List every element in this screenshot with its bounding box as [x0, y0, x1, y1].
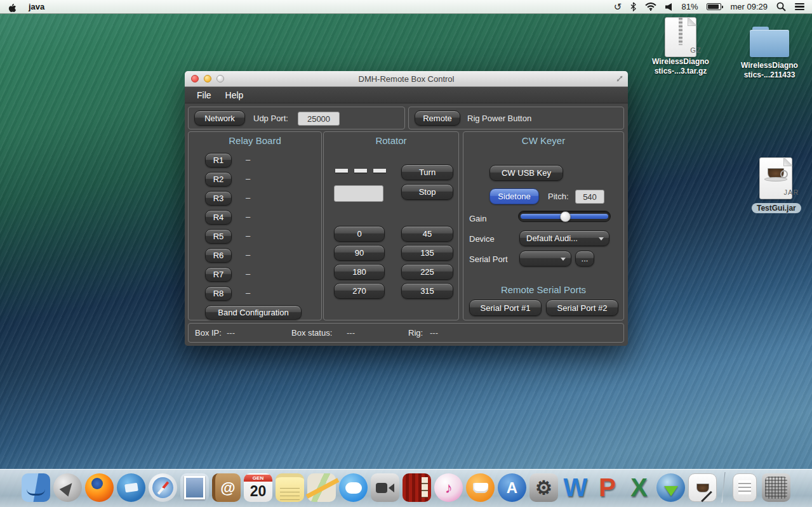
dock-icon-mail[interactable] — [180, 473, 210, 503]
dock-icon-maps[interactable] — [307, 473, 336, 503]
battery-icon[interactable] — [707, 3, 721, 10]
contacts-book-icon: @ — [212, 473, 241, 502]
angle-315-button[interactable]: 315 — [401, 283, 453, 299]
excel-icon: X — [625, 473, 653, 502]
window-menubar: File Help — [185, 87, 628, 103]
dock-icon-java-editor[interactable] — [688, 473, 717, 503]
desktop: { "colors": { "accent_blue": "#3f69cf", … — [0, 0, 812, 507]
angle-0-button[interactable]: 0 — [334, 226, 385, 242]
dock-icon-notes[interactable] — [275, 473, 305, 503]
window-content: Network Udp Port: 25000 Remote Rig Power… — [185, 103, 628, 346]
device-dropdown[interactable]: Default Audi... — [519, 230, 609, 246]
folder-icon — [750, 27, 789, 57]
dock-icon-word[interactable]: W — [561, 473, 590, 503]
resize-grip-icon[interactable] — [615, 74, 624, 83]
apple-menu-icon[interactable] — [8, 2, 17, 12]
notification-center-icon[interactable] — [795, 1, 804, 11]
dock-icon-excel[interactable]: X — [624, 473, 654, 503]
relay-r1-status: – — [246, 155, 250, 164]
dock-icon-safari[interactable] — [148, 473, 178, 503]
calendar-day: 20 — [250, 482, 267, 501]
angle-135-button[interactable]: 135 — [401, 245, 453, 261]
dock-icon-trash[interactable] — [761, 473, 791, 503]
cw-keyer-title: CW Keyer — [463, 135, 623, 146]
relay-r8-button[interactable]: R8 — [205, 286, 232, 301]
time-machine-icon[interactable]: ↺ — [614, 2, 622, 11]
relay-r7-button[interactable]: R7 — [205, 267, 232, 282]
dock-icon-ibooks[interactable] — [465, 473, 495, 503]
dock-icon-powerpoint[interactable]: P — [592, 473, 622, 503]
dock-icon-facetime[interactable] — [370, 473, 400, 503]
active-app-name[interactable]: java — [29, 2, 44, 11]
relay-r6-button[interactable]: R6 — [205, 248, 232, 263]
relay-r3-button[interactable]: R3 — [205, 191, 232, 206]
trash-icon — [762, 473, 790, 502]
rotator-heading-field[interactable] — [334, 185, 383, 202]
rig-power-label: Rig Power Button — [467, 114, 531, 123]
dock-icon-calendar[interactable]: GEN 20 — [243, 473, 273, 503]
window-titlebar[interactable]: DMH-Remote Box Control — [185, 71, 628, 87]
finder-icon — [22, 473, 50, 502]
calendar-icon: GEN 20 — [244, 473, 272, 502]
bluetooth-icon[interactable] — [630, 2, 636, 11]
dock-icon-contacts[interactable]: @ — [211, 473, 241, 503]
angle-45-button[interactable]: 45 — [401, 226, 453, 242]
relay-r1-button[interactable]: R1 — [205, 153, 232, 168]
spotlight-icon[interactable] — [776, 2, 786, 11]
relay-r5-button[interactable]: R5 — [205, 229, 232, 244]
stop-button[interactable]: Stop — [401, 184, 453, 200]
angle-270-button[interactable]: 270 — [334, 283, 385, 299]
photo-booth-curtain-icon — [403, 473, 431, 502]
dock-icon-thunderbird[interactable] — [116, 473, 146, 503]
launchpad-icon — [53, 473, 82, 502]
menu-file[interactable]: File — [191, 89, 217, 102]
serial-port-label: Serial Port — [469, 254, 508, 264]
band-configuration-button[interactable]: Band Configuration — [205, 305, 302, 320]
volume-icon[interactable] — [665, 3, 672, 11]
angle-180-button[interactable]: 180 — [334, 264, 385, 280]
gain-slider-thumb[interactable] — [560, 211, 571, 222]
dock-icon-system-preferences[interactable]: ⚙ — [529, 473, 559, 503]
wifi-icon[interactable] — [645, 3, 656, 11]
firefox-icon — [85, 473, 114, 502]
remote-button[interactable]: Remote — [415, 110, 460, 126]
serial-port-1-button[interactable]: Serial Port #1 — [469, 300, 542, 316]
dock-icon-firefox[interactable] — [84, 473, 114, 503]
turn-button[interactable]: Turn — [401, 164, 453, 180]
dock-icon-finder[interactable] — [21, 473, 51, 503]
desktop-icon-testgui-jar[interactable]: JAR TestGui.jar — [752, 157, 799, 213]
serial-port-browse-button[interactable]: ... — [575, 251, 594, 267]
gz-file-label: WirelessDiagno stics-...3.tar.gz — [642, 57, 719, 76]
ibooks-icon — [466, 473, 495, 502]
dock-icon-messages[interactable] — [338, 473, 368, 503]
network-button[interactable]: Network — [194, 110, 245, 126]
udp-port-field[interactable]: 25000 — [298, 112, 340, 126]
network-groupbox: Network Udp Port: 25000 — [188, 107, 405, 129]
dock-icon-app-store[interactable]: A — [497, 473, 527, 503]
gain-slider[interactable] — [518, 211, 611, 222]
dock-icon-itunes[interactable]: ♪ — [434, 473, 463, 503]
dock-icon-launchpad[interactable] — [53, 473, 83, 503]
menubar-clock[interactable]: mer 09:29 — [730, 2, 768, 11]
dock-icon-documents[interactable] — [729, 473, 759, 503]
serial-port-2-button[interactable]: Serial Port #2 — [546, 300, 618, 316]
jar-file-label: TestGui.jar — [752, 203, 801, 213]
relay-r2-button[interactable]: R2 — [205, 172, 232, 187]
relay-r4-button[interactable]: R4 — [205, 210, 232, 225]
serial-port-dropdown[interactable] — [519, 251, 571, 267]
gz-file-icon: GZ — [665, 17, 696, 57]
pitch-field[interactable]: 540 — [575, 190, 604, 204]
cw-usb-key-button[interactable]: CW USB Key — [489, 165, 563, 181]
pitch-label: Pitch: — [548, 192, 569, 201]
desktop-icon-gz-archive[interactable]: GZ WirelessDiagno stics-...3.tar.gz — [642, 17, 719, 76]
desktop-icon-folder[interactable]: WirelessDiagno stics-...211433 — [731, 27, 808, 80]
angle-90-button[interactable]: 90 — [334, 245, 385, 261]
angle-225-button[interactable]: 225 — [401, 264, 453, 280]
sidetone-button[interactable]: Sidetone — [489, 188, 539, 204]
relay-r4-status: – — [246, 212, 250, 221]
menu-help[interactable]: Help — [220, 89, 250, 102]
dock-icon-photo-booth[interactable] — [402, 473, 432, 503]
rotator-title: Rotator — [324, 135, 458, 146]
dock-icon-downloader[interactable] — [656, 473, 686, 503]
dock-divider — [721, 472, 725, 503]
